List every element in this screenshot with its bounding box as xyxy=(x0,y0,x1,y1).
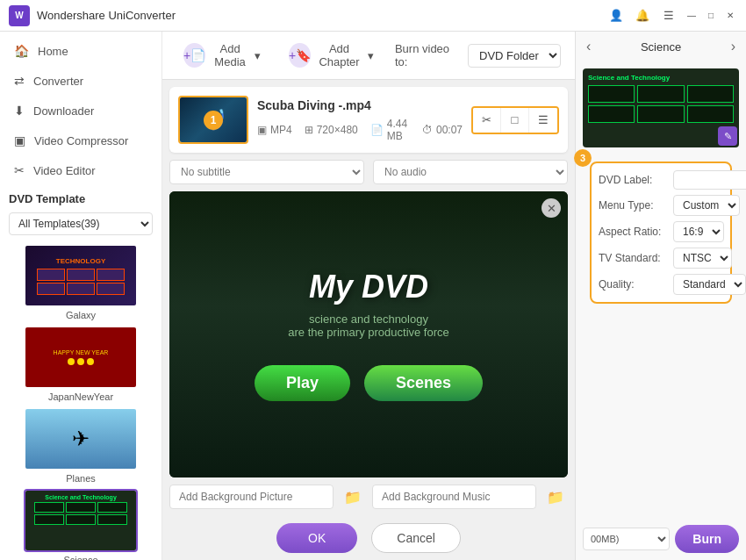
titlebar: W Wondershare UniConverter 👤 🔔 ☰ — □ ✕ xyxy=(0,0,746,32)
burn-button[interactable]: Burn xyxy=(675,525,739,553)
file-badge: 1 xyxy=(204,111,223,130)
top-toolbar: +📄 Add Media ▾ +🔖 Add Chapter ▾ Burn vid… xyxy=(162,32,575,80)
burn-area: 00MB) Burn xyxy=(576,518,746,560)
sidebar-item-converter[interactable]: ⇄ Converter xyxy=(0,66,161,96)
background-picture-input[interactable] xyxy=(169,485,334,509)
minimize-button[interactable]: — xyxy=(685,9,699,23)
play-button[interactable]: Play xyxy=(255,365,350,401)
template-thumb-japannewyear: HAPPY NEW YEAR xyxy=(24,326,138,389)
template-label-galaxy: Galaxy xyxy=(9,310,153,320)
app-logo: W xyxy=(9,5,30,26)
home-icon: 🏠 xyxy=(14,44,29,58)
dvd-template-title: DVD Template xyxy=(9,192,153,205)
cancel-button[interactable]: Cancel xyxy=(371,523,461,553)
subtitle-button[interactable]: □ xyxy=(501,108,529,133)
template-label-science: Science xyxy=(9,555,153,560)
dvd-label-label: DVD Label: xyxy=(599,174,673,186)
edit-icon-button[interactable]: ✎ xyxy=(718,126,737,146)
template-grid: TECHNOLOGY Galaxy xyxy=(9,244,153,560)
template-thumb-planes: ✈ xyxy=(24,407,138,470)
scenes-button[interactable]: Scenes xyxy=(364,365,483,401)
file-duration: ⏱ 00:07 xyxy=(422,124,463,136)
subtitle-select[interactable]: No subtitle xyxy=(169,160,364,184)
ok-button[interactable]: OK xyxy=(276,523,357,553)
bell-icon[interactable]: 🔔 xyxy=(632,5,653,26)
aspect-ratio-select[interactable]: 16:9 4:3 xyxy=(673,221,724,242)
tv-standard-label: TV Standard: xyxy=(599,252,673,264)
quality-label: Quality: xyxy=(599,278,673,291)
dvd-settings-wrapper: 3 DVD Label: Menu Type: Custom None Defa… xyxy=(583,158,739,307)
add-media-icon: +📄 xyxy=(183,43,205,68)
right-panel: ‹ Science › Science and Technology 2 ✎ xyxy=(575,32,746,560)
template-item-planes[interactable]: ✈ Planes xyxy=(9,407,153,484)
sidebar-item-home[interactable]: 🏠 Home xyxy=(0,36,161,66)
template-thumb-science: Science and Technology xyxy=(24,489,138,552)
preview-background: My DVD science and technology are the pr… xyxy=(169,191,568,477)
menu-type-label: Menu Type: xyxy=(599,199,673,212)
file-resolution: ⊞ 720×480 xyxy=(305,124,358,136)
menu-type-row: Menu Type: Custom None Default xyxy=(599,195,723,216)
video-editor-icon: ✂ xyxy=(14,163,25,177)
background-music-input[interactable] xyxy=(372,485,536,509)
science-preview-title: Science and Technology xyxy=(588,74,670,82)
science-preview-background: Science and Technology xyxy=(583,68,739,147)
dvd-template-panel: DVD Template All Templates(39) TECHNOLOG… xyxy=(0,185,161,560)
list-button[interactable]: ☰ xyxy=(529,108,557,133)
sidebar-label-video-compressor: Video Compressor xyxy=(34,134,128,147)
aspect-ratio-label: Aspect Ratio: xyxy=(599,226,673,238)
template-thumb-galaxy: TECHNOLOGY xyxy=(24,244,138,307)
file-meta: ▣ MP4 ⊞ 720×480 📄 4.44 MB ⏱ 00:07 xyxy=(257,118,463,142)
file-thumbnail: 🤿 1 xyxy=(178,96,248,144)
app-container: 🏠 Home ⇄ Converter ⬇ Downloader ▣ Video … xyxy=(0,32,746,560)
menu-type-select[interactable]: Custom None Default xyxy=(673,195,740,216)
sidebar-label-downloader: Downloader xyxy=(33,104,94,118)
converter-icon: ⇄ xyxy=(14,74,25,88)
downloader-icon: ⬇ xyxy=(14,104,25,118)
template-item-japannewyear[interactable]: HAPPY NEW YEAR JapanNewYear xyxy=(9,326,153,402)
file-name: Scuba Diving -.mp4 xyxy=(257,98,463,112)
template-label-japannewyear: JapanNewYear xyxy=(9,391,153,402)
burn-to-select[interactable]: DVD Folder xyxy=(468,44,561,68)
science-preview: Science and Technology 2 ✎ xyxy=(583,68,739,147)
add-media-button[interactable]: +📄 Add Media ▾ xyxy=(176,39,268,72)
add-chapter-button[interactable]: +🔖 Add Chapter ▾ xyxy=(282,39,381,72)
template-select[interactable]: All Templates(39) xyxy=(9,212,153,235)
sidebar-item-video-editor[interactable]: ✂ Video Editor xyxy=(0,155,161,185)
video-compressor-icon: ▣ xyxy=(14,133,25,147)
aspect-ratio-row: Aspect Ratio: 16:9 4:3 xyxy=(599,221,723,242)
sidebar-item-downloader[interactable]: ⬇ Downloader xyxy=(0,96,161,126)
template-item-galaxy[interactable]: TECHNOLOGY Galaxy xyxy=(9,244,153,320)
sidebar-label-home: Home xyxy=(38,45,68,58)
scissors-button[interactable]: ✂ xyxy=(473,108,501,133)
file-section: 🤿 1 Scuba Diving -.mp4 ▣ MP4 ⊞ 720×480 📄 xyxy=(169,87,568,153)
file-size: 📄 4.44 MB xyxy=(370,118,410,142)
tv-standard-row: TV Standard: NTSC PAL xyxy=(599,248,723,269)
close-window-button[interactable]: ✕ xyxy=(723,9,737,23)
template-item-science[interactable]: Science and Technology Science xyxy=(9,489,153,560)
window-controls: 👤 🔔 ☰ — □ ✕ xyxy=(606,5,737,26)
quality-select[interactable]: Standard High Low xyxy=(673,274,746,295)
file-actions: ✂ □ ☰ xyxy=(471,106,559,134)
sidebar-label-video-editor: Video Editor xyxy=(33,164,96,177)
preview-close-button[interactable]: ✕ xyxy=(542,198,561,218)
tv-standard-select[interactable]: NTSC PAL xyxy=(673,248,732,269)
maximize-button[interactable]: □ xyxy=(704,9,718,23)
dvd-label-input[interactable] xyxy=(673,170,746,190)
music-folder-button[interactable]: 📁 xyxy=(543,485,568,509)
user-icon[interactable]: 👤 xyxy=(606,5,627,26)
nav-next-button[interactable]: › xyxy=(728,35,739,58)
bottom-inputs: 📁 📁 xyxy=(169,485,568,509)
sidebar-item-video-compressor[interactable]: ▣ Video Compressor xyxy=(0,126,161,155)
audio-select[interactable]: No audio xyxy=(373,160,568,184)
nav-title: Science xyxy=(641,40,681,54)
burn-size-select[interactable]: 00MB) xyxy=(583,528,670,550)
menu-icon[interactable]: ☰ xyxy=(658,5,679,26)
main-content: +📄 Add Media ▾ +🔖 Add Chapter ▾ Burn vid… xyxy=(162,32,575,560)
subtitle-row: No subtitle No audio xyxy=(169,160,568,184)
science-preview-grid xyxy=(588,85,734,123)
preview-subtitle: science and technology are the primary p… xyxy=(288,312,449,339)
picture-folder-button[interactable]: 📁 xyxy=(341,485,365,509)
preview-buttons: Play Scenes xyxy=(255,365,483,401)
file-format: ▣ MP4 xyxy=(257,124,292,136)
nav-prev-button[interactable]: ‹ xyxy=(583,35,594,58)
